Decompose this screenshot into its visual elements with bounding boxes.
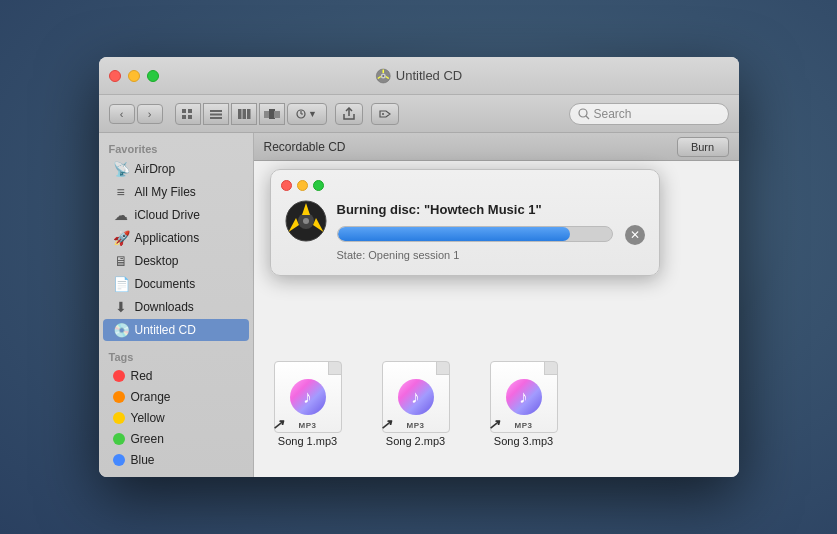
file-icon-wrapper: ♪ MP3 ↗: [274, 361, 342, 429]
burn-title: Burning disc: "Howtech Music 1": [337, 202, 645, 217]
svg-rect-7: [188, 109, 192, 113]
svg-rect-12: [210, 117, 222, 119]
untitled-cd-label: Untitled CD: [135, 323, 196, 337]
progress-bar: [337, 226, 613, 242]
arrange-dropdown-button[interactable]: ▼: [287, 103, 327, 125]
sidebar-item-documents[interactable]: 📄 Documents: [103, 273, 249, 295]
forward-button[interactable]: ›: [137, 104, 163, 124]
file-name: Song 3.mp3: [494, 435, 553, 447]
green-tag-label: Green: [131, 432, 164, 446]
file-icon-wrapper: ♪ MP3 ↗: [382, 361, 450, 429]
back-button[interactable]: ‹: [109, 104, 135, 124]
svg-point-27: [303, 218, 309, 224]
svg-line-24: [586, 116, 589, 119]
view-buttons: ▼: [175, 103, 327, 125]
burn-button[interactable]: Burn: [677, 137, 729, 157]
downloads-label: Downloads: [135, 300, 194, 314]
blue-tag-label: Blue: [131, 453, 155, 467]
sidebar-item-tag-green[interactable]: Green: [103, 429, 249, 449]
column-view-button[interactable]: [231, 103, 257, 125]
music-icon: ♪: [398, 379, 434, 415]
edit-tags-button[interactable]: [371, 103, 399, 125]
window-title: Untitled CD: [375, 68, 462, 84]
blue-tag-dot: [113, 454, 125, 466]
all-my-files-icon: ≡: [113, 184, 129, 200]
music-icon: ♪: [290, 379, 326, 415]
svg-rect-18: [274, 111, 280, 118]
svg-rect-13: [238, 109, 242, 119]
mp3-type-label: MP3: [407, 421, 425, 430]
all-my-files-label: All My Files: [135, 185, 196, 199]
sidebar-item-all-my-files[interactable]: ≡ All My Files: [103, 181, 249, 203]
music-icon: ♪: [506, 379, 542, 415]
yellow-tag-label: Yellow: [131, 411, 165, 425]
progress-bar-fill: [338, 227, 571, 241]
favorites-section-title: Favorites: [99, 139, 253, 157]
tags-section-title: Tags: [99, 347, 253, 365]
file-area: Burning disc: "Howtech Music 1" ✕ State:…: [254, 161, 739, 477]
icloud-label: iCloud Drive: [135, 208, 200, 222]
cd-icon: [375, 68, 391, 84]
recordable-bar: Recordable CD Burn: [254, 133, 739, 161]
sidebar-item-airdrop[interactable]: 📡 AirDrop: [103, 158, 249, 180]
burn-dialog-content: Burning disc: "Howtech Music 1" ✕ State:…: [337, 202, 645, 261]
search-placeholder: Search: [594, 107, 632, 121]
dialog-close-button[interactable]: [281, 180, 292, 191]
icloud-icon: ☁: [113, 207, 129, 223]
close-button[interactable]: [109, 70, 121, 82]
finder-window: Untitled CD ‹ › ▼: [99, 57, 739, 477]
svg-point-2: [382, 75, 384, 77]
maximize-button[interactable]: [147, 70, 159, 82]
coverflow-view-button[interactable]: [259, 103, 285, 125]
sidebar-item-tag-yellow[interactable]: Yellow: [103, 408, 249, 428]
content-area: Favorites 📡 AirDrop ≡ All My Files ☁ iCl…: [99, 133, 739, 477]
sidebar-item-desktop[interactable]: 🖥 Desktop: [103, 250, 249, 272]
minimize-button[interactable]: [128, 70, 140, 82]
cd-sidebar-icon: 💿: [113, 322, 129, 338]
sidebar-item-icloud-drive[interactable]: ☁ iCloud Drive: [103, 204, 249, 226]
main-panel: Recordable CD Burn: [254, 133, 739, 477]
dialog-minimize-button[interactable]: [297, 180, 308, 191]
dialog-maximize-button[interactable]: [313, 180, 324, 191]
svg-rect-14: [242, 109, 246, 119]
share-button[interactable]: [335, 103, 363, 125]
red-tag-dot: [113, 370, 125, 382]
search-icon: [578, 108, 590, 120]
downloads-icon: ⬇: [113, 299, 129, 315]
file-name: Song 2.mp3: [386, 435, 445, 447]
search-box[interactable]: Search: [569, 103, 729, 125]
svg-rect-10: [210, 110, 222, 112]
svg-rect-15: [247, 109, 251, 119]
svg-rect-9: [188, 115, 192, 119]
dialog-traffic-lights: [281, 180, 324, 191]
toolbar: ‹ › ▼: [99, 95, 739, 133]
red-tag-label: Red: [131, 369, 153, 383]
applications-label: Applications: [135, 231, 200, 245]
sidebar-item-tag-orange[interactable]: Orange: [103, 387, 249, 407]
sidebar-item-tag-blue[interactable]: Blue: [103, 450, 249, 470]
green-tag-dot: [113, 433, 125, 445]
sidebar-item-applications[interactable]: 🚀 Applications: [103, 227, 249, 249]
burn-dialog: Burning disc: "Howtech Music 1" ✕ State:…: [270, 169, 660, 276]
sidebar-item-downloads[interactable]: ⬇ Downloads: [103, 296, 249, 318]
sidebar-item-tag-red[interactable]: Red: [103, 366, 249, 386]
sidebar-item-untitled-cd[interactable]: 💿 Untitled CD: [103, 319, 249, 341]
svg-point-23: [579, 109, 587, 117]
applications-icon: 🚀: [113, 230, 129, 246]
yellow-tag-dot: [113, 412, 125, 424]
list-view-button[interactable]: [203, 103, 229, 125]
list-item[interactable]: ♪ MP3 ↗ Song 3.mp3: [490, 361, 558, 447]
list-item[interactable]: ♪ MP3 ↗ Song 1.mp3: [274, 361, 342, 447]
list-item[interactable]: ♪ MP3 ↗ Song 2.mp3: [382, 361, 450, 447]
airdrop-label: AirDrop: [135, 162, 176, 176]
title-bar: Untitled CD: [99, 57, 739, 95]
alias-arrow-icon: ↗: [380, 417, 392, 431]
file-icon-wrapper: ♪ MP3 ↗: [490, 361, 558, 429]
file-name: Song 1.mp3: [278, 435, 337, 447]
mp3-type-label: MP3: [515, 421, 533, 430]
cancel-burn-button[interactable]: ✕: [625, 225, 645, 245]
desktop-icon: 🖥: [113, 253, 129, 269]
orange-tag-dot: [113, 391, 125, 403]
icon-view-button[interactable]: [175, 103, 201, 125]
svg-rect-11: [210, 113, 222, 115]
